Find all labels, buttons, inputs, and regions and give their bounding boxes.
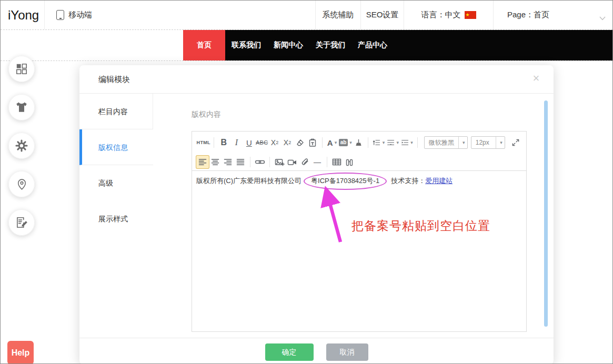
caret-down-icon: ▾ bbox=[396, 140, 399, 145]
site-nav: 首页 联系我们 新闻中心 关于我们 产品中心 bbox=[183, 30, 612, 60]
paste-text-button[interactable] bbox=[306, 136, 319, 149]
underline-button[interactable]: U bbox=[243, 136, 255, 149]
fullscreen-button[interactable] bbox=[509, 136, 522, 149]
location-button[interactable] bbox=[8, 171, 35, 197]
line-height-button[interactable]: ▾ bbox=[371, 136, 386, 149]
strikethrough-button[interactable]: ABC bbox=[255, 136, 268, 149]
caret-down-icon: ▾ bbox=[500, 140, 503, 145]
highlight-color-button[interactable]: ab ▾ bbox=[338, 136, 352, 149]
insert-image-button[interactable] bbox=[273, 156, 286, 168]
settings-button[interactable] bbox=[8, 133, 35, 159]
tab-copyright-info[interactable]: 版权信息 bbox=[79, 129, 153, 165]
nav-item-products[interactable]: 产品中心 bbox=[351, 30, 394, 60]
find-replace-button[interactable] bbox=[343, 156, 356, 168]
content-edit-button[interactable] bbox=[8, 209, 35, 236]
insert-link-button[interactable] bbox=[254, 156, 266, 168]
theme-button[interactable] bbox=[8, 94, 35, 120]
italic-button[interactable]: I bbox=[230, 136, 243, 149]
editor-toolbar-row2: — bbox=[192, 154, 526, 171]
format-painter-button[interactable] bbox=[352, 136, 365, 149]
nav-item-home[interactable]: 首页 bbox=[183, 30, 225, 60]
logo[interactable]: iYong bbox=[1, 1, 45, 29]
align-right-icon bbox=[224, 158, 232, 166]
support-label: 技术支持： bbox=[391, 177, 425, 185]
text-color-button[interactable]: A ▾ bbox=[326, 136, 338, 149]
caret-down-icon: ▾ bbox=[335, 140, 337, 145]
china-flag-icon: ★ bbox=[465, 11, 476, 19]
dialog-tab-list: 栏目内容 版权信息 高级 展示样式 bbox=[79, 94, 153, 237]
subscript-button[interactable]: X2 bbox=[281, 136, 294, 149]
page-selector[interactable]: Page：首页 bbox=[493, 1, 612, 29]
page-label: Page：首页 bbox=[507, 10, 549, 20]
superscript-button[interactable]: X2 bbox=[268, 136, 281, 149]
tab-column-content[interactable]: 栏目内容 bbox=[79, 94, 153, 129]
eraser-icon bbox=[296, 138, 305, 147]
app-screen: iYong 移动端 系统辅助 SEO设置 语言：中文 ★ Page：首页 首页 … bbox=[0, 0, 613, 364]
topbar-menu: 系统辅助 SEO设置 语言：中文 ★ Page：首页 bbox=[315, 1, 612, 29]
indent-icon bbox=[401, 138, 409, 147]
brush-icon bbox=[354, 138, 363, 147]
modal-scrollbar[interactable] bbox=[544, 100, 548, 327]
insert-file-button[interactable] bbox=[298, 156, 311, 168]
help-button[interactable]: Help bbox=[7, 341, 34, 364]
mobile-preview-button[interactable]: 移动端 bbox=[45, 1, 92, 29]
font-size-select[interactable]: 12px ▾ bbox=[471, 136, 505, 149]
font-family-select[interactable]: 微软雅黑 ▾ bbox=[424, 136, 468, 149]
rich-text-editor: HTML B I U ABC X2 X2 bbox=[192, 131, 527, 332]
cancel-button[interactable]: 取消 bbox=[326, 343, 368, 361]
dialog-title: 编辑模块 bbox=[79, 65, 554, 94]
paragraph-spacing-button[interactable]: ▾ bbox=[386, 136, 400, 149]
insert-table-button[interactable] bbox=[330, 156, 343, 168]
side-toolbar bbox=[8, 56, 35, 236]
horizontal-rule-button[interactable]: — bbox=[311, 156, 324, 168]
editor-toolbar-row1: HTML B I U ABC X2 X2 bbox=[192, 132, 526, 154]
nav-item-news[interactable]: 新闻中心 bbox=[267, 30, 309, 60]
language-menu[interactable]: 语言：中文 ★ bbox=[404, 1, 493, 29]
align-center-icon bbox=[211, 158, 219, 166]
align-right-button[interactable] bbox=[222, 156, 234, 168]
nav-item-contact[interactable]: 联系我们 bbox=[225, 30, 267, 60]
edit-note-icon bbox=[15, 216, 28, 229]
paragraph-spacing-icon bbox=[387, 138, 395, 147]
tab-display-style[interactable]: 展示样式 bbox=[79, 201, 153, 237]
font-size-value: 12px bbox=[471, 139, 496, 146]
location-pin-icon bbox=[15, 178, 28, 191]
annotation-arrow bbox=[318, 188, 355, 249]
align-center-button[interactable] bbox=[209, 156, 222, 168]
close-icon[interactable]: × bbox=[529, 72, 543, 85]
sup-base: X bbox=[271, 138, 276, 147]
align-left-button[interactable] bbox=[196, 156, 209, 168]
text-color-glyph: A bbox=[327, 138, 333, 147]
sub-base: X bbox=[284, 138, 288, 147]
gear-icon bbox=[15, 139, 28, 153]
modules-button[interactable] bbox=[8, 56, 35, 82]
insert-video-button[interactable] bbox=[286, 156, 298, 168]
nav-item-about[interactable]: 关于我们 bbox=[309, 30, 351, 60]
separator bbox=[322, 137, 323, 148]
annotation-note: 把备案号粘贴到空白位置 bbox=[351, 218, 490, 234]
remove-format-button[interactable] bbox=[294, 136, 306, 149]
confirm-button[interactable]: 确定 bbox=[265, 343, 314, 361]
caret-down-icon: ▾ bbox=[349, 140, 352, 145]
language-label: 语言：中文 bbox=[421, 10, 461, 20]
html-source-button[interactable]: HTML bbox=[196, 136, 210, 149]
tab-advanced[interactable]: 高级 bbox=[79, 165, 153, 201]
highlight-glyph: ab bbox=[339, 139, 348, 146]
edit-module-dialog: 编辑模块 × 栏目内容 版权信息 高级 展示样式 版权内容 HTML B I U… bbox=[79, 65, 554, 364]
separator bbox=[417, 137, 418, 148]
video-camera-icon bbox=[287, 158, 297, 166]
system-assist-menu[interactable]: 系统辅助 bbox=[315, 1, 360, 29]
editor-content-area[interactable]: 版权所有(C)广东爱用科技有限公司粤ICP备17038425号-1技术支持：爱用… bbox=[192, 171, 526, 331]
modules-grid-icon bbox=[15, 62, 28, 76]
dialog-footer: 确定 取消 bbox=[79, 338, 554, 364]
font-family-value: 微软雅黑 bbox=[425, 138, 458, 147]
top-bar: iYong 移动端 系统辅助 SEO设置 语言：中文 ★ Page：首页 bbox=[1, 1, 612, 30]
seo-settings-menu[interactable]: SEO设置 bbox=[360, 1, 404, 29]
indent-button[interactable]: ▾ bbox=[400, 136, 414, 149]
bold-button[interactable]: B bbox=[217, 136, 230, 149]
support-link[interactable]: 爱用建站 bbox=[425, 177, 453, 185]
separator bbox=[368, 137, 368, 148]
tablet-icon bbox=[56, 10, 64, 20]
align-justify-button[interactable] bbox=[234, 156, 247, 168]
sub-mark: 2 bbox=[288, 140, 291, 145]
